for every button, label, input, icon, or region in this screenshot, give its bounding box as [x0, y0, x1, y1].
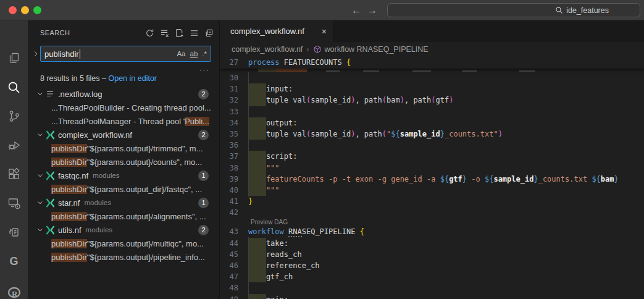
navigate-back-button[interactable]: ←	[349, 4, 363, 17]
activity-bar-item-search-icon[interactable]	[0, 78, 28, 96]
search-match-row[interactable]: publishDir "${params.output_dir}/fastqc"…	[28, 182, 219, 196]
code-line-48[interactable]: 48	[220, 282, 644, 293]
match-count-badge: 1	[198, 171, 209, 181]
nextflow-file-icon	[45, 198, 55, 208]
search-file-row[interactable]: .nextflow.log2	[28, 87, 219, 101]
activity-bar-item-gitlens-icon[interactable]: G	[0, 252, 28, 271]
code-line-40[interactable]: 40 """	[220, 185, 644, 196]
line-number: 46	[220, 260, 248, 271]
code-line-43[interactable]: 43workflow RNASEQ_PIPELINE {	[220, 226, 644, 237]
code-content: main:	[248, 294, 644, 299]
toggle-replace-chevron-icon[interactable]	[31, 51, 40, 57]
code-line-37[interactable]: 37 script:	[220, 151, 644, 162]
activity-bar-item-extensions-icon[interactable]	[0, 165, 28, 183]
chevron-down-icon[interactable]	[35, 91, 45, 97]
code-line-27[interactable]: 27process FEATURECOUNTS {	[220, 57, 644, 68]
search-file-row[interactable]: complex_workflow.nf2	[28, 128, 219, 141]
code-line-31[interactable]: 31 input:	[220, 83, 644, 95]
line-number: 37	[220, 151, 248, 162]
refresh-icon[interactable]	[144, 27, 155, 38]
close-tab-icon[interactable]: ×	[322, 27, 327, 36]
search-file-row[interactable]: star.nfmodules1	[28, 196, 219, 209]
regex-toggle[interactable]: .*	[202, 50, 207, 58]
line-number: 39	[220, 174, 248, 185]
code-editor[interactable]: 27process FEATURECOUNTS { 3031 input:32 …	[220, 57, 644, 299]
file-description: modules	[84, 199, 111, 206]
activity-bar-item-run-debug-icon[interactable]	[0, 136, 28, 154]
line-number: 40	[220, 185, 248, 196]
activity-bar-item-r-language-icon[interactable]: R	[0, 284, 28, 299]
breadcrumb-symbol[interactable]: workflow RNASEQ_PIPELINE	[313, 45, 429, 54]
activity-bar-item-task-report-icon[interactable]	[0, 223, 28, 242]
search-file-row[interactable]: fastqc.nfmodules1	[28, 169, 219, 182]
codelens-preview-dag[interactable]: Preview DAG	[220, 218, 644, 226]
collapse-all-icon[interactable]	[203, 27, 214, 38]
code-content: reference_ch	[248, 260, 644, 271]
open-in-editor-link[interactable]: Open in editor	[108, 74, 157, 83]
code-line-46[interactable]: 46 reference_ch	[220, 260, 644, 271]
search-match-row[interactable]: publishDir "${params.output}/trimmed", m…	[28, 141, 219, 155]
code-line-49[interactable]: 49 main:	[220, 294, 644, 299]
match-count-badge: 2	[198, 89, 209, 99]
code-line-30[interactable]: 30	[220, 72, 644, 83]
code-content: featureCounts -p -t exon -g gene_id -a $…	[248, 174, 644, 185]
code-line-33[interactable]: 33	[220, 106, 644, 117]
code-content	[248, 140, 644, 151]
breadcrumb-file[interactable]: complex_workflow.nf	[228, 45, 303, 54]
command-center-search[interactable]: ide_features	[387, 3, 640, 17]
clear-search-results-icon[interactable]	[159, 27, 170, 38]
search-match-row[interactable]: publishDir "${params.output}/multiqc", m…	[28, 237, 219, 250]
tab-complex-workflow[interactable]: complex_workflow.nf ×	[220, 20, 333, 42]
code-line-42[interactable]: 42	[220, 207, 644, 218]
open-new-search-editor-icon[interactable]	[174, 27, 185, 38]
code-line-47[interactable]: 47 gtf_ch	[220, 271, 644, 282]
toggle-search-details-button[interactable]: ···	[199, 65, 209, 74]
chevron-down-icon[interactable]	[35, 200, 45, 206]
code-line-35[interactable]: 35 tuple val(sample_id), path("${sample_…	[220, 128, 644, 140]
search-match-row[interactable]: publishDir "${params.output}/alignments"…	[28, 209, 219, 223]
zoom-window-button[interactable]	[33, 6, 41, 14]
search-input[interactable]: publishdir Aa ab .*	[40, 46, 211, 62]
navigate-forward-button[interactable]: →	[366, 4, 379, 17]
file-name: .nextflow.log	[58, 90, 102, 99]
code-line-34[interactable]: 34 output:	[220, 117, 644, 128]
code-content: tuple val(sample_id), path(bam), path(gt…	[248, 95, 644, 106]
match-highlight: publishDir	[51, 212, 87, 221]
chevron-down-icon[interactable]	[35, 172, 45, 179]
search-match-row[interactable]: ...ThreadPoolBuilder - Creating thread p…	[28, 101, 219, 114]
activity-bar-item-explorer-icon[interactable]	[0, 49, 28, 67]
code-line-45[interactable]: 45 reads_ch	[220, 249, 644, 260]
whole-word-toggle[interactable]: ab	[190, 50, 198, 58]
match-text: "${params.output}/counts", mo...	[87, 158, 202, 167]
chevron-down-icon[interactable]	[35, 132, 45, 138]
partially-scrolled-line	[220, 69, 644, 72]
code-line-44[interactable]: 44 take:	[220, 238, 644, 249]
match-text: "${params.output}/trimmed", m...	[87, 144, 203, 153]
search-file-row[interactable]: utils.nfmodules2	[28, 223, 219, 237]
code-content	[248, 106, 644, 117]
search-sidebar: SEARCH publishdir Aa ab .* ··· 8 results…	[28, 20, 219, 299]
code-line-32[interactable]: 32 tuple val(sample_id), path(bam), path…	[220, 95, 644, 106]
match-count-badge: 2	[198, 225, 209, 235]
sticky-scroll-line[interactable]: 27process FEATURECOUNTS {	[220, 57, 644, 69]
line-number: 31	[220, 83, 248, 95]
code-line-41[interactable]: 41}	[220, 196, 644, 207]
code-line-36[interactable]: 36	[220, 140, 644, 151]
match-case-toggle[interactable]: Aa	[177, 50, 185, 58]
search-match-row[interactable]: publishDir "${params.output}/pipeline_in…	[28, 250, 219, 264]
line-number: 38	[220, 162, 248, 174]
code-line-39[interactable]: 39 featureCounts -p -t exon -g gene_id -…	[220, 174, 644, 185]
chevron-down-icon[interactable]	[35, 227, 45, 233]
activity-bar-item-source-control-icon[interactable]	[0, 107, 28, 125]
search-match-row[interactable]: publishDir "${params.output}/counts", mo…	[28, 155, 219, 169]
search-icon	[555, 6, 563, 14]
close-window-button[interactable]	[9, 6, 17, 14]
match-highlight: Publi...	[185, 117, 209, 126]
activity-bar-item-remote-explorer-icon[interactable]	[0, 194, 28, 213]
code-line-38[interactable]: 38 """	[220, 162, 644, 174]
search-match-row[interactable]: ...ThreadPoolManager - Thread pool 'Publ…	[28, 114, 219, 128]
match-text: "${params.output}/multiqc", mo...	[87, 239, 204, 248]
view-as-list-icon[interactable]	[188, 27, 199, 38]
activity-bar: GR	[0, 20, 28, 299]
minimize-window-button[interactable]	[21, 6, 29, 14]
